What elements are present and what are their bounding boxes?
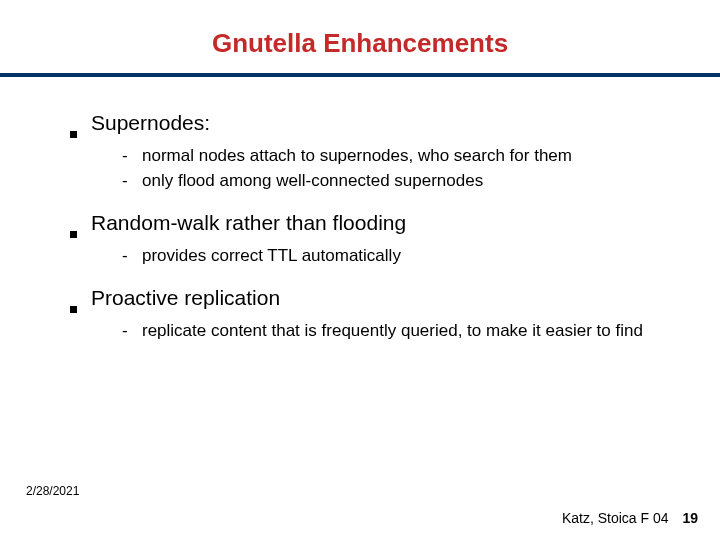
bullet-heading: Random-walk rather than flooding — [91, 211, 406, 235]
dash-icon: - — [122, 145, 136, 168]
slide: Gnutella Enhancements Supernodes: - norm… — [0, 0, 720, 540]
sub-item: - normal nodes attach to supernodes, who… — [122, 145, 660, 168]
dash-icon: - — [122, 320, 136, 343]
footer-credit-block: Katz, Stoica F 04 19 — [562, 510, 698, 526]
sub-list: - replicate content that is frequently q… — [122, 320, 660, 343]
bullet-item: Proactive replication — [70, 286, 660, 310]
bullet-heading: Supernodes: — [91, 111, 210, 135]
bullet-item: Supernodes: — [70, 111, 660, 135]
page-number: 19 — [682, 510, 698, 526]
bullet-item: Random-walk rather than flooding — [70, 211, 660, 235]
sub-list: - provides correct TTL automatically — [122, 245, 660, 268]
footer-date: 2/28/2021 — [26, 484, 79, 498]
sub-text: normal nodes attach to supernodes, who s… — [142, 145, 660, 168]
sub-list: - normal nodes attach to supernodes, who… — [122, 145, 660, 193]
sub-item: - replicate content that is frequently q… — [122, 320, 660, 343]
sub-text: only flood among well-connected supernod… — [142, 170, 660, 193]
square-bullet-icon — [70, 131, 77, 138]
content-area: Supernodes: - normal nodes attach to sup… — [0, 77, 720, 343]
sub-text: provides correct TTL automatically — [142, 245, 660, 268]
sub-text: replicate content that is frequently que… — [142, 320, 660, 343]
sub-item: - only flood among well-connected supern… — [122, 170, 660, 193]
dash-icon: - — [122, 170, 136, 193]
square-bullet-icon — [70, 306, 77, 313]
sub-item: - provides correct TTL automatically — [122, 245, 660, 268]
bullet-heading: Proactive replication — [91, 286, 280, 310]
square-bullet-icon — [70, 231, 77, 238]
dash-icon: - — [122, 245, 136, 268]
footer-credit: Katz, Stoica F 04 — [562, 510, 669, 526]
slide-title: Gnutella Enhancements — [0, 0, 720, 73]
